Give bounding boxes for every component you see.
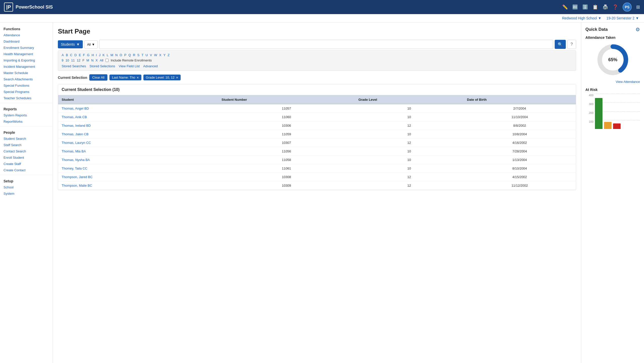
sidebar-item-attendance[interactable]: Attendance (0, 32, 53, 38)
alpha-link-W[interactable]: W (154, 53, 157, 57)
alpha-link-I[interactable]: I (96, 53, 97, 57)
help-icon[interactable]: ❓ (613, 4, 618, 10)
student-name-cell[interactable]: Thomas, Nysha BA (58, 156, 218, 164)
alpha-link-E[interactable]: E (79, 53, 81, 57)
grid-icon[interactable]: ⊞ (636, 4, 640, 10)
view-attendance-link[interactable]: View Attendance (585, 80, 640, 84)
alpha-link-V[interactable]: V (150, 53, 152, 57)
student-name-cell[interactable]: Thompson, Malie BC (58, 181, 218, 190)
grade-link-X[interactable]: X (96, 58, 98, 62)
table-cell-number: 11060 (218, 113, 355, 121)
category-dropdown[interactable]: Students ▼ (58, 40, 83, 48)
grade-link-F[interactable]: F (83, 58, 85, 62)
filter-link-stored-selections[interactable]: Stored Selections (90, 64, 115, 68)
semester-selector[interactable]: 19-20 Semester 2 ▼ (607, 16, 639, 20)
alpha-link-U[interactable]: U (145, 53, 148, 57)
student-name-cell[interactable]: Thomas, Angel BD (58, 104, 218, 113)
svg-text:65%: 65% (608, 57, 617, 62)
student-name-cell[interactable]: Thompson, Jared BC (58, 173, 218, 181)
sidebar-item-system-reports[interactable]: System Reports (0, 112, 53, 118)
table-row: Thomas, Mia BA11056107/28/2004 (58, 147, 576, 156)
table-header-student: Student (58, 95, 218, 104)
table-cell-dob: 4/16/2002 (463, 139, 576, 147)
edit-icon[interactable]: ✏️ (562, 4, 568, 10)
alpha-link-Z[interactable]: Z (168, 53, 170, 57)
alpha-link-X[interactable]: X (159, 53, 162, 57)
translate-icon[interactable]: 🔤 (572, 4, 578, 10)
sidebar-item-enrollment-summary[interactable]: Enrollment Summary (0, 45, 53, 51)
filter-link-view-field-list[interactable]: View Field List (119, 64, 140, 68)
sidebar-item-dashboard[interactable]: Dashboard (0, 38, 53, 45)
sidebar-item-enroll-student[interactable]: Enroll Student (0, 154, 53, 161)
filter-link-stored-searches[interactable]: Stored Searches (62, 64, 86, 68)
alpha-link-M[interactable]: M (110, 53, 113, 57)
sidebar-item-teacher-schedules[interactable]: Teacher Schedules (0, 95, 53, 101)
search-help-button[interactable]: ? (567, 40, 576, 49)
sidebar-item-health-management[interactable]: Health Management (0, 51, 53, 57)
alpha-link-G[interactable]: G (87, 53, 90, 57)
print-icon[interactable]: 🖨️ (602, 4, 608, 10)
search-input[interactable] (99, 40, 553, 49)
sidebar-item-system[interactable]: System (0, 190, 53, 197)
alpha-link-R[interactable]: R (133, 53, 135, 57)
student-name-cell[interactable]: Thomey, Taila CC (58, 164, 218, 173)
filter-tag-lastname-close[interactable]: × (137, 76, 139, 79)
sidebar-item-contact-search[interactable]: Contact Search (0, 148, 53, 154)
student-name-cell[interactable]: Thomas, Lauryn CC (58, 139, 218, 147)
grade-link-10[interactable]: 10 (65, 58, 69, 62)
student-name-cell[interactable]: Thomas, Jalen CB (58, 130, 218, 139)
sidebar-item-incident-management[interactable]: Incident Management (0, 63, 53, 70)
avatar[interactable]: PS (623, 3, 632, 12)
alpha-link-N[interactable]: N (115, 53, 117, 57)
alpha-link-P[interactable]: P (124, 53, 127, 57)
sidebar-item-search-attachments[interactable]: Search Attachments (0, 76, 53, 82)
alpha-link-T[interactable]: T (142, 53, 144, 57)
alpha-link-O[interactable]: O (120, 53, 122, 57)
grade-link-All[interactable]: All (100, 58, 103, 62)
alpha-link-J[interactable]: J (99, 53, 101, 57)
alpha-link-H[interactable]: H (92, 53, 94, 57)
all-dropdown[interactable]: All ▼ (84, 40, 98, 49)
sidebar-item-create-staff[interactable]: Create Staff (0, 161, 53, 167)
remote-enrollments-checkbox[interactable] (105, 59, 109, 62)
clear-all-button[interactable]: Clear All (89, 74, 107, 81)
sidebar-item-importing-exporting[interactable]: Importing & Exporting (0, 57, 53, 63)
sidebar-item-create-contact[interactable]: Create Contact (0, 167, 53, 173)
filter-tag-gradelevel: Grade Level: 10, 12 × (143, 75, 181, 80)
table-cell-number: 11056 (218, 147, 355, 156)
alpha-link-C[interactable]: C (70, 53, 72, 57)
sidebar-item-reportworks[interactable]: ReportWorks (0, 118, 53, 125)
alpha-link-Y[interactable]: Y (163, 53, 166, 57)
sidebar-item-master-schedule[interactable]: Master Schedule (0, 70, 53, 76)
grade-link-11[interactable]: 11 (71, 58, 75, 62)
grade-link-9[interactable]: 9 (62, 58, 63, 62)
search-button[interactable]: 🔍 (555, 40, 566, 49)
grade-link-N[interactable]: N (91, 58, 93, 62)
grade-link-12[interactable]: 12 (77, 58, 80, 62)
student-name-cell[interactable]: Thomas, Mia BA (58, 147, 218, 156)
alpha-link-S[interactable]: S (137, 53, 140, 57)
sidebar-item-special-programs[interactable]: Special Programs (0, 89, 53, 95)
remote-enrollments-label[interactable]: Include Remote Enrollments (111, 58, 152, 62)
alpha-link-B[interactable]: B (66, 53, 68, 57)
filter-link-advanced[interactable]: Advanced (143, 64, 158, 68)
report-icon[interactable]: 📋 (592, 4, 598, 10)
alpha-link-K[interactable]: K (102, 53, 105, 57)
alpha-link-F[interactable]: F (83, 53, 85, 57)
alpha-link-A[interactable]: A (62, 53, 64, 57)
student-name-cell[interactable]: Thomas, Ireland BD (58, 121, 218, 130)
sidebar-item-special-functions[interactable]: Special Functions (0, 82, 53, 89)
grade-link-M[interactable]: M (87, 58, 89, 62)
alpha-link-L[interactable]: L (107, 53, 108, 57)
sidebar-item-school[interactable]: School (0, 184, 53, 190)
sidebar-item-staff-search[interactable]: Staff Search (0, 142, 53, 148)
main-layout: Functions Attendance Dashboard Enrollmen… (0, 22, 644, 363)
gear-icon[interactable]: ⚙ (635, 26, 640, 32)
sidebar-item-student-search[interactable]: Student Search (0, 136, 53, 142)
filter-tag-gradelevel-close[interactable]: × (176, 76, 178, 79)
alpha-link-D[interactable]: D (74, 53, 77, 57)
student-name-cell[interactable]: Thomas, Anik CB (58, 113, 218, 121)
alpha-link-Q[interactable]: Q (128, 53, 131, 57)
school-selector[interactable]: Redwood High School ▼ (562, 16, 601, 20)
info-icon[interactable]: ℹ️ (582, 4, 588, 10)
